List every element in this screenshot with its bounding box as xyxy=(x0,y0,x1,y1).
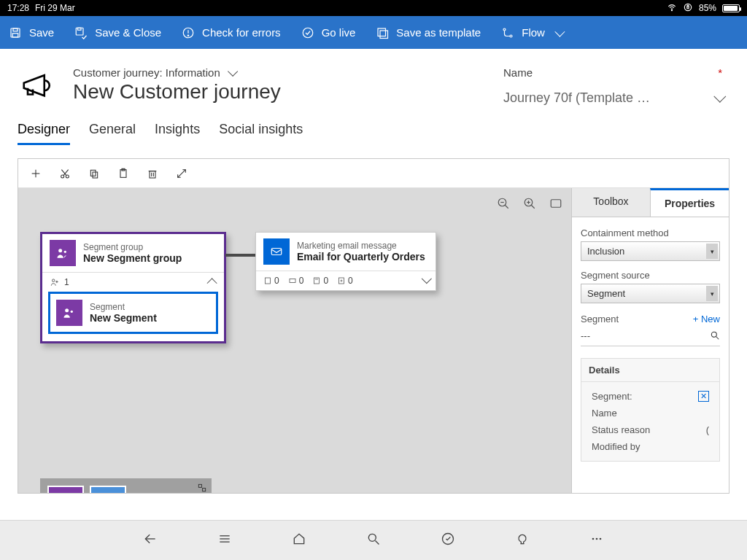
help-button[interactable] xyxy=(515,532,530,549)
journey-canvas[interactable]: Segment group New Segment group 1 xyxy=(18,188,572,493)
svg-point-39 xyxy=(58,249,62,252)
check-errors-button[interactable]: Check for errors xyxy=(182,26,281,39)
command-bar: Save Save & Close Check for errors Go li… xyxy=(0,16,747,49)
segment-node[interactable]: Segment New Segment xyxy=(48,292,218,334)
svg-rect-48 xyxy=(290,279,295,283)
flow-button[interactable]: Flow xyxy=(501,26,562,39)
svg-point-10 xyxy=(187,35,189,36)
cut-button[interactable] xyxy=(59,168,71,179)
battery-icon xyxy=(722,4,740,12)
svg-rect-2 xyxy=(687,6,689,8)
check-circle-icon xyxy=(301,26,314,39)
svg-point-0 xyxy=(671,9,672,10)
save-close-button[interactable]: Save & Close xyxy=(74,26,161,39)
zoom-out-button[interactable] xyxy=(497,197,510,213)
tab-designer[interactable]: Designer xyxy=(18,122,70,145)
node-name: New Segment group xyxy=(83,252,182,264)
svg-rect-53 xyxy=(198,484,201,487)
source-label: Segment source xyxy=(581,270,720,281)
details-segment-label: Segment: xyxy=(592,391,632,402)
zoom-in-button[interactable] xyxy=(523,197,536,213)
segment-group-node[interactable]: Segment group New Segment group 1 xyxy=(40,232,226,343)
minimap-node xyxy=(47,486,84,493)
app-bottom-nav xyxy=(0,520,747,560)
menu-button[interactable] xyxy=(217,532,232,549)
email-icon xyxy=(263,238,290,265)
source-select[interactable]: Segment ▾ xyxy=(581,284,720,303)
node-type: Marketing email message xyxy=(297,241,425,251)
panel-tab-toolbox[interactable]: Toolbox xyxy=(572,188,650,217)
svg-line-35 xyxy=(531,205,535,209)
chevron-down-icon xyxy=(228,66,238,76)
node-name: New Segment xyxy=(90,312,157,324)
segment-label: Segment xyxy=(581,314,619,324)
details-name-label: Name xyxy=(592,408,617,419)
device-statusbar: 17:28 Fri 29 Mar 85% xyxy=(0,0,747,16)
svg-line-56 xyxy=(716,337,719,340)
content-tabs: Designer General Insights Social insight… xyxy=(0,114,747,145)
containment-select[interactable]: Inclusion ▾ xyxy=(581,241,720,261)
details-heading: Details xyxy=(581,359,719,382)
svg-point-14 xyxy=(503,28,506,31)
segment-lookup-value: --- xyxy=(581,330,590,343)
remove-segment-icon[interactable]: ✕ xyxy=(698,391,709,402)
node-name: Email for Quarterly Orders xyxy=(297,251,425,262)
svg-rect-26 xyxy=(150,171,155,177)
chevron-down-icon: ▾ xyxy=(706,244,718,259)
svg-line-62 xyxy=(376,541,379,545)
side-panel: Toolbox Properties Containment method In… xyxy=(572,188,729,493)
search-button[interactable] xyxy=(366,532,381,549)
svg-rect-46 xyxy=(271,249,282,255)
save-button[interactable]: Save xyxy=(9,26,54,39)
go-live-button[interactable]: Go live xyxy=(301,26,356,39)
check-errors-label: Check for errors xyxy=(202,26,281,39)
new-segment-link[interactable]: + New xyxy=(693,314,720,324)
minimap-expand-icon[interactable] xyxy=(197,483,207,493)
task-button[interactable] xyxy=(441,532,455,549)
svg-rect-22 xyxy=(90,170,96,176)
svg-point-61 xyxy=(368,534,376,541)
email-metric-2: 0 xyxy=(299,276,304,286)
svg-rect-13 xyxy=(380,31,388,39)
megaphone-icon xyxy=(18,66,58,107)
paste-button[interactable] xyxy=(117,168,129,179)
add-button[interactable] xyxy=(30,168,42,179)
chevron-down-icon xyxy=(554,26,565,36)
search-icon[interactable] xyxy=(710,330,720,343)
back-button[interactable] xyxy=(143,532,158,549)
svg-rect-49 xyxy=(314,278,320,284)
status-time: 17:28 xyxy=(7,3,29,13)
name-field[interactable]: Journey 70f (Template … xyxy=(503,90,722,106)
save-close-label: Save & Close xyxy=(95,26,161,39)
delete-button[interactable] xyxy=(147,168,158,179)
required-asterisk: * xyxy=(718,66,722,79)
panel-tab-properties[interactable]: Properties xyxy=(650,188,729,217)
alert-icon xyxy=(182,26,195,39)
tab-social-insights[interactable]: Social insights xyxy=(219,122,303,145)
save-template-button[interactable]: Save as template xyxy=(376,26,481,39)
chevron-down-icon[interactable] xyxy=(422,273,432,284)
breadcrumb-text: Customer journey: Information xyxy=(73,66,220,79)
fit-screen-button[interactable] xyxy=(549,197,562,213)
segment-lookup[interactable]: --- xyxy=(581,327,720,346)
minimap[interactable] xyxy=(40,478,212,493)
breadcrumb[interactable]: Customer journey: Information xyxy=(73,66,489,79)
copy-button[interactable] xyxy=(88,168,100,179)
more-button[interactable] xyxy=(589,532,604,549)
svg-rect-4 xyxy=(13,28,18,31)
tab-insights[interactable]: Insights xyxy=(155,122,200,145)
chevron-up-icon[interactable] xyxy=(207,278,217,288)
svg-rect-54 xyxy=(203,489,206,491)
save-close-icon xyxy=(74,26,88,39)
tab-general[interactable]: General xyxy=(89,122,136,145)
flow-icon xyxy=(501,26,514,39)
email-metric-1: 0 xyxy=(274,276,279,286)
expand-button[interactable] xyxy=(176,168,187,179)
svg-point-40 xyxy=(64,251,66,253)
status-date: Fri 29 Mar xyxy=(35,3,75,13)
home-button[interactable] xyxy=(292,532,306,549)
svg-rect-47 xyxy=(266,278,271,284)
email-metric-4: 0 xyxy=(348,276,353,286)
segment-group-icon xyxy=(50,240,76,266)
email-node[interactable]: Marketing email message Email for Quarte… xyxy=(255,232,436,291)
